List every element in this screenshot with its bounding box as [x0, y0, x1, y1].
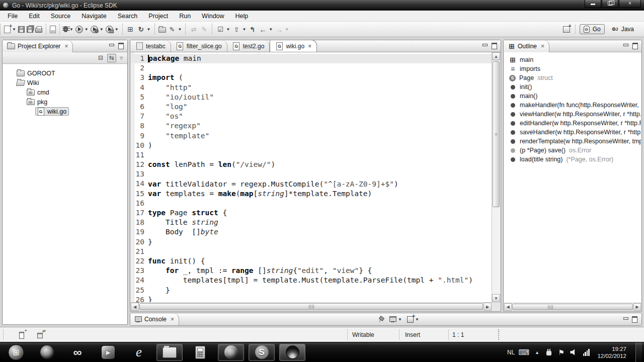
tree-item-wiki[interactable]: Wiki	[3, 78, 127, 87]
maximize-view-button[interactable]	[631, 316, 638, 322]
editor-presentation-icon[interactable]	[37, 331, 44, 338]
code-editor[interactable]: 1package main23import (4 "http"5 "io/iou…	[131, 52, 492, 302]
open-resource-button[interactable]	[157, 25, 167, 33]
dropdown-arrow-icon[interactable]: ▼	[115, 27, 119, 32]
power-icon[interactable]	[546, 349, 552, 356]
firefox-taskbar-button[interactable]	[218, 344, 244, 361]
restore-button[interactable]	[602, 0, 618, 8]
back-button[interactable]: ▼	[258, 25, 274, 34]
menu-project[interactable]: Project	[143, 11, 174, 21]
scrollbar-thumb[interactable]: ≡	[493, 61, 500, 207]
run-history-button[interactable]: ▼	[90, 25, 105, 34]
debug-button[interactable]: ▼	[62, 26, 74, 33]
close-button[interactable]: ×	[619, 0, 641, 8]
show-tasks-button[interactable]: ▼	[215, 25, 231, 34]
outline-item-page[interactable]: Pagestruct	[509, 73, 641, 82]
last-edit-location-button[interactable]	[247, 25, 258, 34]
dropdown-arrow-icon[interactable]: ▼	[12, 27, 16, 32]
save-button[interactable]	[17, 26, 26, 33]
binary-file-button[interactable]	[49, 25, 57, 34]
tree-item-pkg[interactable]: pkg	[3, 97, 127, 107]
editor-tab-filter-slice-go[interactable]: filter_slice.go	[171, 40, 227, 52]
save-all-button[interactable]	[26, 26, 34, 33]
menu-file[interactable]: File	[2, 11, 23, 21]
menu-edit[interactable]: Edit	[23, 11, 45, 21]
dropdown-arrow-icon[interactable]: ▼	[85, 27, 89, 32]
scroll-up-icon[interactable]: ▲	[492, 52, 500, 60]
scroll-right-icon[interactable]: ▶	[484, 303, 492, 311]
new-wizard-button[interactable]: ▼	[3, 25, 17, 34]
outline-item-rendertemplate-w-http-responsewriter-tmp[interactable]: renderTemplate(w http.ResponseWriter, tm…	[509, 137, 641, 146]
dropdown-arrow-icon[interactable]: ▼	[285, 27, 289, 32]
menu-search[interactable]: Search	[112, 11, 143, 21]
open-perspective-icon[interactable]	[563, 26, 570, 33]
language-indicator[interactable]: NL	[507, 349, 515, 356]
menu-run[interactable]: Run	[174, 11, 196, 21]
skype-taskbar-button[interactable]	[249, 344, 275, 361]
run-button[interactable]: ▼	[74, 25, 90, 34]
dropdown-arrow-icon[interactable]: ▼	[147, 27, 151, 32]
minimize-view-button[interactable]	[108, 43, 115, 49]
internet-explorer-taskbar-button[interactable]	[126, 344, 152, 361]
minimize-view-button[interactable]	[622, 43, 629, 49]
dropdown-arrow-icon[interactable]: ▼	[178, 27, 182, 32]
minimize-editor-button[interactable]	[481, 43, 489, 49]
menu-navigate[interactable]: Navigate	[76, 11, 112, 21]
dropdown-arrow-icon[interactable]: ▼	[100, 27, 104, 32]
editor-tab-wiki-go[interactable]: wiki.go×	[270, 40, 317, 52]
scroll-right-icon[interactable]: ▶	[633, 303, 641, 311]
link-with-editor-button[interactable]: ⇆	[107, 54, 116, 62]
editor-tab-testabc[interactable]: testabc	[130, 40, 171, 52]
perspective-java-button[interactable]: Java	[607, 24, 638, 34]
tree-item-cmd[interactable]: cmd	[3, 87, 127, 97]
file-explorer-taskbar-button[interactable]	[156, 344, 183, 361]
tree-item-wiki-go[interactable]: wiki.go	[3, 107, 127, 116]
horizontal-scrollbar[interactable]: ◀ ▶	[131, 302, 492, 311]
scroll-left-icon[interactable]: ◀	[131, 303, 139, 311]
project-explorer-tab[interactable]: Project Explorer ×	[3, 40, 73, 52]
dropdown-arrow-icon[interactable]: ▼	[415, 317, 419, 322]
close-icon[interactable]: ×	[64, 43, 68, 50]
navigate-up-button[interactable]: ▼	[231, 25, 247, 34]
scrollbar-thumb[interactable]	[512, 304, 633, 310]
minimize-view-button[interactable]	[622, 316, 629, 322]
network-signal-icon[interactable]	[582, 349, 590, 356]
infinity-app-taskbar-button[interactable]	[64, 344, 91, 361]
dropdown-arrow-icon[interactable]: ▼	[269, 27, 273, 32]
pin-console-button[interactable]	[377, 316, 385, 323]
maximize-editor-button[interactable]	[491, 43, 498, 49]
vertical-scrollbar[interactable]: ▲ ≡ ▼	[492, 52, 500, 302]
outline-item-edithandler-w-http-responsewriter-r-http-r[interactable]: editHandler(w http.ResponseWriter, r *ht…	[509, 119, 641, 128]
outline-item-savehandler-w-http-responsewriter-r-http[interactable]: saveHandler(w http.ResponseWriter, r *ht…	[509, 128, 641, 137]
dropdown-arrow-icon[interactable]: ▼	[226, 27, 230, 32]
calculator-taskbar-button[interactable]	[187, 344, 213, 361]
outline-item-init[interactable]: init()	[509, 82, 641, 92]
media-player-taskbar-button[interactable]	[95, 344, 121, 361]
run-config-button[interactable]: ▼	[105, 25, 120, 34]
network-globe-taskbar-button[interactable]	[34, 344, 60, 361]
menu-help[interactable]: Help	[230, 11, 254, 21]
close-icon[interactable]: ×	[308, 43, 311, 50]
scrollbar-thumb[interactable]	[139, 303, 483, 310]
maximize-view-button[interactable]	[117, 43, 124, 49]
perspective-go-button[interactable]: Go	[580, 24, 605, 34]
action-center-flag-icon[interactable]	[557, 348, 565, 356]
title-bar[interactable]: Go - Wiki/src/pkg/wiki.go - Eclipse SDK …	[0, 0, 644, 11]
forward-button[interactable]: ▼	[274, 25, 290, 34]
outline-item-main[interactable]: main()	[509, 92, 641, 101]
dropdown-arrow-icon[interactable]: ▼	[69, 27, 73, 32]
menu-window[interactable]: Window	[196, 11, 229, 21]
clock[interactable]: 19:27 12/02/2012	[595, 345, 626, 359]
print-button[interactable]	[34, 25, 43, 33]
outline-item-imports[interactable]: imports	[509, 64, 641, 73]
external-tools-button[interactable]: ▼	[136, 25, 152, 34]
open-console-button[interactable]: ▼	[406, 316, 420, 323]
outline-tab[interactable]: Outline ×	[504, 40, 549, 52]
volume-icon[interactable]	[570, 349, 577, 356]
outline-item-viewhandler-w-http-responsewriter-r-http[interactable]: viewHandler(w http.ResponseWriter, r *ht…	[509, 110, 641, 119]
eclipse-taskbar-button[interactable]	[279, 344, 305, 361]
drag-handle[interactable]	[498, 329, 499, 340]
collapse-all-button[interactable]: ⊟	[96, 54, 105, 62]
close-icon[interactable]: ×	[171, 316, 174, 323]
outline-item-makehandler-fn-func-http-responsewriter[interactable]: makeHandler(fn func(http.ResponseWriter,	[509, 101, 641, 110]
